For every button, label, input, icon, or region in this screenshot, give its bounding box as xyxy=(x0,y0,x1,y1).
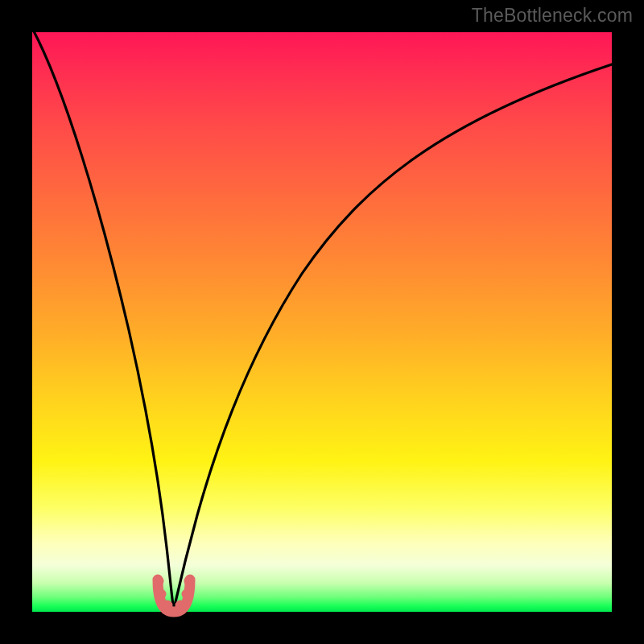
svg-point-1 xyxy=(156,589,167,600)
chart-plot-area xyxy=(32,32,612,612)
svg-point-4 xyxy=(182,589,192,600)
svg-point-5 xyxy=(184,576,195,587)
svg-point-0 xyxy=(154,576,164,587)
bottleneck-curve xyxy=(32,32,612,612)
svg-point-2 xyxy=(163,601,173,611)
attribution-label: TheBottleneck.com xyxy=(472,5,633,27)
svg-point-3 xyxy=(175,601,186,611)
